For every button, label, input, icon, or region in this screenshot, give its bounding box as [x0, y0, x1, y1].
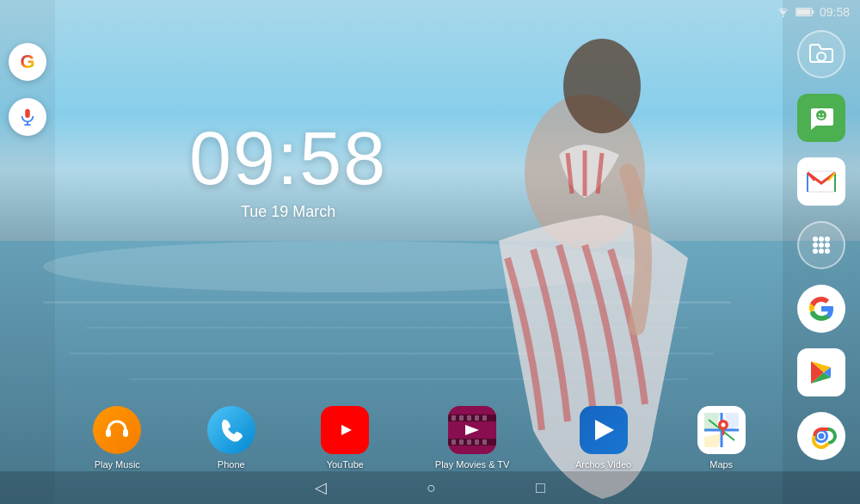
svg-marker-53	[595, 420, 614, 440]
svg-point-26	[825, 243, 830, 248]
svg-point-19	[822, 114, 824, 115]
svg-rect-48	[459, 439, 464, 445]
svg-point-29	[825, 249, 830, 254]
home-button[interactable]: ○	[420, 476, 443, 501]
phone-app[interactable]: Phone	[207, 406, 255, 470]
svg-point-28	[819, 249, 824, 254]
google-search-button[interactable]: G	[9, 43, 46, 81]
google-icon	[797, 285, 845, 333]
svg-point-18	[819, 114, 820, 115]
svg-point-16	[817, 52, 826, 61]
recents-button[interactable]: □	[529, 476, 552, 501]
maps-app[interactable]: Maps	[697, 406, 746, 470]
svg-rect-46	[482, 415, 487, 421]
left-sidebar: G	[0, 0, 55, 504]
svg-rect-20	[808, 171, 835, 192]
chrome-icon	[797, 412, 845, 460]
gmail-icon	[797, 157, 845, 206]
play-movies-icon	[448, 406, 496, 454]
youtube-icon	[321, 406, 369, 454]
play-movies-label: Play Movies & TV	[435, 459, 510, 470]
svg-rect-47	[452, 439, 456, 445]
maps-icon	[697, 406, 746, 454]
all-apps-button[interactable]	[791, 215, 851, 275]
play-music-icon	[93, 406, 141, 454]
google-app[interactable]	[791, 279, 851, 339]
svg-point-21	[813, 237, 818, 242]
svg-point-22	[819, 237, 824, 242]
phone-label: Phone	[218, 459, 245, 470]
clock-widget: 09:58 Tue 19 March	[189, 120, 387, 221]
right-sidebar	[783, 0, 860, 504]
svg-point-24	[813, 243, 818, 248]
play-store-app[interactable]	[791, 342, 851, 403]
svg-point-34	[819, 433, 825, 439]
mic-icon	[18, 108, 37, 126]
back-button[interactable]: ◁	[308, 475, 334, 501]
sms-icon	[797, 94, 845, 142]
maps-label: Maps	[710, 459, 733, 470]
svg-rect-9	[25, 109, 30, 118]
svg-rect-51	[482, 439, 487, 445]
svg-rect-42	[452, 415, 456, 421]
camera-app[interactable]	[791, 24, 851, 84]
clock-time: 09:58	[189, 120, 387, 196]
status-bar: 09:58	[0, 0, 860, 24]
play-music-app[interactable]: Play Music	[93, 406, 141, 470]
clock-date: Tue 19 March	[189, 203, 387, 221]
youtube-app[interactable]: YouTube	[321, 406, 369, 470]
svg-point-56	[721, 423, 725, 427]
svg-rect-45	[475, 415, 479, 421]
sms-app[interactable]	[791, 88, 851, 148]
svg-rect-44	[467, 415, 471, 421]
apps-grid-icon	[797, 221, 845, 269]
archos-icon	[580, 406, 628, 454]
camera-icon	[797, 30, 845, 78]
voice-search-button[interactable]	[9, 98, 46, 136]
play-music-label: Play Music	[95, 459, 140, 470]
gmail-app[interactable]	[791, 151, 851, 212]
youtube-label: YouTube	[327, 459, 364, 470]
phone-icon	[207, 406, 255, 454]
svg-rect-43	[459, 415, 464, 421]
svg-rect-35	[106, 429, 111, 437]
chrome-app[interactable]	[791, 406, 851, 466]
archos-video-app[interactable]: Archos Video	[575, 406, 631, 470]
google-g-icon: G	[20, 51, 34, 73]
svg-point-23	[825, 237, 830, 242]
play-store-icon	[797, 348, 845, 396]
svg-point-8	[563, 39, 641, 133]
play-movies-app[interactable]: Play Movies & TV	[435, 406, 510, 470]
svg-rect-36	[123, 429, 128, 437]
svg-rect-49	[467, 439, 471, 445]
svg-point-25	[819, 243, 824, 248]
archos-label: Archos Video	[575, 459, 631, 470]
bottom-dock: Play Music Phone YouTube	[60, 406, 778, 470]
svg-rect-50	[475, 439, 479, 445]
svg-point-27	[813, 249, 818, 254]
nav-bar: ◁ ○ □	[0, 471, 860, 504]
